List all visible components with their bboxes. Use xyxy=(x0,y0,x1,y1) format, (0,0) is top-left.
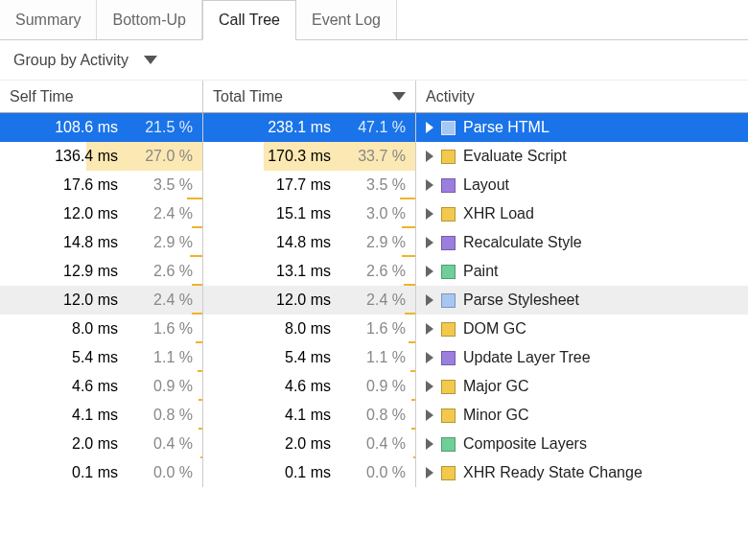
activity-color-swatch xyxy=(441,408,456,423)
total-time-percent: 0.4 % xyxy=(339,435,406,453)
total-time-percent: 0.9 % xyxy=(339,378,406,395)
cell-total-time: 8.0 ms1.6 % xyxy=(203,315,416,343)
cell-total-time: 12.0 ms2.4 % xyxy=(203,286,416,315)
activity-label: Composite Layers xyxy=(463,435,587,453)
total-time-value: 5.4 ms xyxy=(245,349,331,366)
self-time-bar xyxy=(196,341,202,343)
self-time-percent: 2.9 % xyxy=(126,234,193,251)
tab-call-tree[interactable]: Call Tree xyxy=(202,0,296,40)
table-row[interactable]: 12.0 ms2.4 %12.0 ms2.4 %Parse Stylesheet xyxy=(0,286,748,315)
tab-summary[interactable]: Summary xyxy=(0,0,97,39)
tab-event-log[interactable]: Event Log xyxy=(296,0,397,39)
self-time-percent: 2.4 % xyxy=(126,292,193,309)
total-time-percent: 0.8 % xyxy=(339,407,406,424)
tab-label: Summary xyxy=(15,12,81,29)
column-header-total-time[interactable]: Total Time xyxy=(203,81,416,112)
total-time-value: 2.0 ms xyxy=(245,435,331,453)
disclosure-triangle-icon[interactable] xyxy=(426,208,433,220)
table-row[interactable]: 0.1 ms0.0 %0.1 ms0.0 %XHR Ready State Ch… xyxy=(0,458,748,487)
table-row[interactable]: 4.1 ms0.8 %4.1 ms0.8 %Minor GC xyxy=(0,401,748,430)
self-time-value: 5.4 ms xyxy=(32,349,118,366)
disclosure-triangle-icon[interactable] xyxy=(426,151,433,162)
cell-self-time: 0.1 ms0.0 % xyxy=(0,458,203,487)
activity-color-swatch xyxy=(441,265,456,279)
self-time-value: 2.0 ms xyxy=(32,435,118,453)
activity-label: Paint xyxy=(463,263,498,280)
table-row[interactable]: 14.8 ms2.9 %14.8 ms2.9 %Recalculate Styl… xyxy=(0,228,748,257)
table-row[interactable]: 12.0 ms2.4 %15.1 ms3.0 %XHR Load xyxy=(0,199,748,228)
self-time-bar xyxy=(192,313,202,315)
cell-total-time: 170.3 ms33.7 % xyxy=(203,142,416,171)
self-time-percent: 0.4 % xyxy=(126,435,193,453)
self-time-value: 108.6 ms xyxy=(32,119,118,136)
self-time-bar xyxy=(199,399,202,401)
self-time-percent: 2.6 % xyxy=(126,263,193,280)
disclosure-triangle-icon[interactable] xyxy=(426,122,433,133)
total-time-value: 14.8 ms xyxy=(245,234,331,251)
disclosure-triangle-icon[interactable] xyxy=(426,294,433,306)
self-time-bar xyxy=(192,284,202,286)
disclosure-triangle-icon[interactable] xyxy=(426,438,433,450)
disclosure-triangle-icon[interactable] xyxy=(426,266,433,277)
activity-label: Recalculate Style xyxy=(463,234,582,251)
table-row[interactable]: 136.4 ms27.0 %170.3 ms33.7 %Evaluate Scr… xyxy=(0,142,748,171)
column-label: Self Time xyxy=(10,88,74,105)
cell-total-time: 5.4 ms1.1 % xyxy=(203,343,416,372)
table-row[interactable]: 17.6 ms3.5 %17.7 ms3.5 %Layout xyxy=(0,171,748,199)
cell-total-time: 17.7 ms3.5 % xyxy=(203,171,416,199)
activity-label: Update Layer Tree xyxy=(463,349,591,366)
tab-label: Bottom-Up xyxy=(112,12,185,29)
chevron-down-icon xyxy=(144,56,157,65)
cell-total-time: 4.6 ms0.9 % xyxy=(203,372,416,401)
table-row[interactable]: 108.6 ms21.5 %238.1 ms47.1 %Parse HTML xyxy=(0,113,748,142)
activity-label: XHR Load xyxy=(463,205,534,222)
disclosure-triangle-icon[interactable] xyxy=(426,352,433,363)
activity-color-swatch xyxy=(441,121,456,135)
column-header-activity[interactable]: Activity xyxy=(416,81,748,112)
cell-self-time: 17.6 ms3.5 % xyxy=(0,171,203,199)
activity-color-swatch xyxy=(441,351,456,365)
table-header: Self Time Total Time Activity xyxy=(0,81,748,113)
column-header-self-time[interactable]: Self Time xyxy=(0,81,203,112)
total-time-value: 8.0 ms xyxy=(245,320,331,338)
total-time-percent: 1.6 % xyxy=(339,320,406,338)
activity-label: Parse HTML xyxy=(463,119,549,136)
activity-color-swatch xyxy=(441,207,456,222)
cell-activity: Update Layer Tree xyxy=(416,343,748,372)
cell-self-time: 108.6 ms21.5 % xyxy=(0,113,203,142)
table-row[interactable]: 4.6 ms0.9 %4.6 ms0.9 %Major GC xyxy=(0,372,748,401)
disclosure-triangle-icon[interactable] xyxy=(426,323,433,335)
group-by-dropdown[interactable]: Group by Activity xyxy=(0,40,748,81)
total-time-percent: 47.1 % xyxy=(339,119,406,136)
table-row[interactable]: 12.9 ms2.6 %13.1 ms2.6 %Paint xyxy=(0,257,748,286)
cell-activity: DOM GC xyxy=(416,315,748,343)
total-time-bar xyxy=(402,255,415,257)
table-row[interactable]: 8.0 ms1.6 %8.0 ms1.6 %DOM GC xyxy=(0,315,748,343)
table-body: 108.6 ms21.5 %238.1 ms47.1 %Parse HTML13… xyxy=(0,113,748,487)
self-time-percent: 0.8 % xyxy=(126,407,193,424)
disclosure-triangle-icon[interactable] xyxy=(426,237,433,248)
disclosure-triangle-icon[interactable] xyxy=(426,381,433,392)
column-label: Activity xyxy=(426,88,475,105)
table-row[interactable]: 5.4 ms1.1 %5.4 ms1.1 %Update Layer Tree xyxy=(0,343,748,372)
total-time-bar xyxy=(404,284,415,286)
total-time-bar xyxy=(402,226,415,228)
cell-self-time: 12.0 ms2.4 % xyxy=(0,286,203,315)
total-time-value: 12.0 ms xyxy=(245,292,331,309)
self-time-bar xyxy=(187,198,202,199)
total-time-percent: 0.0 % xyxy=(339,464,406,481)
disclosure-triangle-icon[interactable] xyxy=(426,467,433,478)
cell-activity: XHR Ready State Change xyxy=(416,458,748,487)
disclosure-triangle-icon[interactable] xyxy=(426,179,433,191)
table-row[interactable]: 2.0 ms0.4 %2.0 ms0.4 %Composite Layers xyxy=(0,430,748,458)
disclosure-triangle-icon[interactable] xyxy=(426,409,433,421)
total-time-value: 4.6 ms xyxy=(245,378,331,395)
total-time-value: 0.1 ms xyxy=(245,464,331,481)
self-time-percent: 0.9 % xyxy=(126,378,193,395)
self-time-percent: 1.6 % xyxy=(126,320,193,338)
activity-color-swatch xyxy=(441,150,456,164)
self-time-value: 12.0 ms xyxy=(32,205,118,222)
tab-bottom-up[interactable]: Bottom-Up xyxy=(97,0,201,39)
total-time-percent: 2.9 % xyxy=(339,234,406,251)
cell-activity: Major GC xyxy=(416,372,748,401)
